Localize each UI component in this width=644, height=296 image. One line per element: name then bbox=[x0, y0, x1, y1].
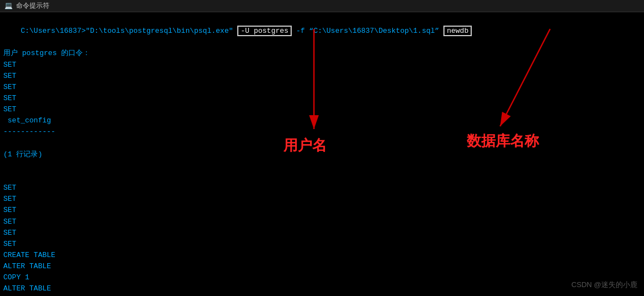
set-line-10: SET bbox=[3, 228, 641, 239]
set-line-8: SET bbox=[3, 205, 641, 216]
dbname-highlight: newdb bbox=[443, 26, 472, 36]
row-count: (1 行记录) bbox=[3, 149, 641, 160]
set-line-11: SET bbox=[3, 239, 641, 250]
set-line-3: SET bbox=[3, 82, 641, 93]
terminal-body: C:\Users\16837>"D:\tools\postgresql\bin\… bbox=[0, 12, 644, 296]
create-table-line: CREATE TABLE bbox=[3, 250, 641, 261]
watermark: CSDN @迷失的小鹿 bbox=[571, 279, 637, 290]
set-line-5: SET bbox=[3, 104, 641, 115]
cmd-line: C:\Users\16837>"D:\tools\postgresql\bin\… bbox=[3, 14, 641, 48]
title-text: 命令提示符 bbox=[16, 1, 49, 11]
set-config-label: set_config bbox=[3, 115, 641, 126]
set-line-1: SET bbox=[3, 60, 641, 71]
set-line-6: SET bbox=[3, 182, 641, 194]
empty-line-2 bbox=[3, 160, 641, 171]
set-line-4: SET bbox=[3, 93, 641, 104]
cmd-icon: 💻 bbox=[4, 2, 13, 10]
set-line-7: SET bbox=[3, 194, 641, 205]
divider-line: ------------ bbox=[3, 126, 641, 137]
set-line-2: SET bbox=[3, 71, 641, 82]
copy-line: COPY 1 bbox=[3, 272, 641, 283]
set-line-9: SET bbox=[3, 216, 641, 228]
password-prompt: 用户 postgres 的口令： bbox=[3, 48, 641, 59]
alter-table-line-2: ALTER TABLE bbox=[3, 283, 641, 294]
cmd-mid: -f “C:\Users\16837\Desktop\1.sql” bbox=[292, 27, 443, 35]
empty-line-1 bbox=[3, 138, 641, 149]
empty-line-3 bbox=[3, 171, 641, 182]
cmd-prefix: C:\Users\16837>"D:\tools\postgresql\bin\… bbox=[21, 27, 237, 35]
username-highlight: -U postgres bbox=[237, 26, 292, 36]
alter-table-line-1: ALTER TABLE bbox=[3, 261, 641, 272]
title-bar: 💻 命令提示符 bbox=[0, 0, 644, 12]
